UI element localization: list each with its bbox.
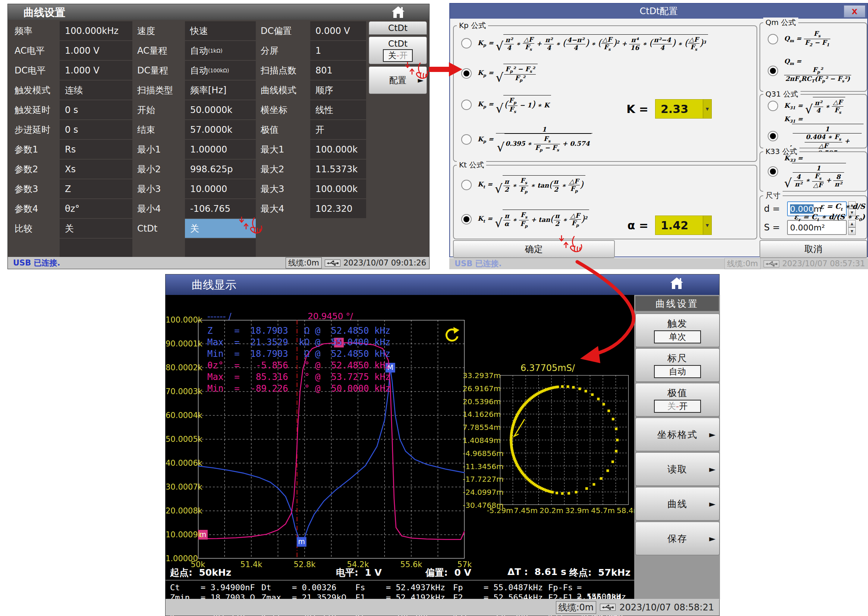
ok-button[interactable]: 确定 xyxy=(453,240,615,258)
ctdt-toggle-button[interactable]: CtDt关-开 xyxy=(369,36,427,64)
cancel-button[interactable]: 取消 xyxy=(760,240,867,258)
kp-radio[interactable] xyxy=(461,99,472,110)
kt-option[interactable]: Kt = √π2 ∗ FsFp ∗ tan(π2 ∗ △FFp) xyxy=(457,175,753,195)
qm-option[interactable]: Qm = FsF2 − F1 xyxy=(763,30,863,48)
ctdt-tab[interactable]: CtDt xyxy=(369,21,427,35)
setting-value[interactable]: 自动(1kΩ) xyxy=(185,41,256,60)
menu-item-极值[interactable]: 极值关-开 xyxy=(635,383,720,416)
submenu-arrow-icon: ► xyxy=(418,76,424,85)
s-input[interactable]: 0.000m² xyxy=(787,220,847,235)
setting-value[interactable]: 998.625p xyxy=(185,160,256,179)
k33-option[interactable]: K33 = √14π² ∗ Fs△F + 8π² xyxy=(763,154,863,189)
setting-value[interactable]: 关 xyxy=(60,219,132,238)
k33-radio[interactable] xyxy=(768,166,778,177)
setting-value[interactable]: 开 xyxy=(310,120,366,139)
menu-item-坐标格式[interactable]: 坐标格式► xyxy=(635,418,720,451)
q31-option[interactable]: K31 = √π²4 ∗ △FFs xyxy=(763,97,863,115)
cable-length-badge: 线缆:0m xyxy=(286,257,322,269)
kp-option[interactable]: Kp = √π²4 ∗ △FFs + π²4 ∗ (4−π²4) ∗ (△FFs… xyxy=(457,34,753,53)
home-icon[interactable] xyxy=(391,5,405,21)
q31-radio[interactable] xyxy=(768,101,778,111)
kp-radio[interactable] xyxy=(461,68,472,79)
y-axis-tick: -4.96856m xyxy=(463,449,498,458)
menu-item-保存[interactable]: 保存► xyxy=(635,522,720,555)
setting-value[interactable]: 顺序 xyxy=(310,80,366,99)
q31-radio[interactable] xyxy=(768,131,778,141)
close-icon[interactable]: X xyxy=(844,5,865,17)
kp-option[interactable]: Kp = √Fp² − Fs²Fp² xyxy=(457,64,753,83)
stepper-down-icon: ▼ xyxy=(848,228,856,235)
submenu-arrow-icon: ► xyxy=(709,430,716,439)
setting-value[interactable]: 10.0000 xyxy=(185,179,256,198)
menu-item-触发[interactable]: 触发单次 xyxy=(635,314,720,347)
s-stepper[interactable]: ▲▼ xyxy=(848,220,856,235)
setting-value[interactable]: 快速 xyxy=(185,21,256,40)
setting-label: 参数2 xyxy=(11,160,58,179)
marker-m[interactable]: m xyxy=(297,537,306,547)
setting-value[interactable]: 50.0000k xyxy=(185,100,256,119)
k33-formula: K33 = √14π² ∗ Fs△F + 8π² xyxy=(784,154,863,189)
menu-item-toggle[interactable]: 关-开 xyxy=(654,400,701,413)
qm-radio[interactable] xyxy=(768,34,778,44)
setting-value[interactable]: 0 s xyxy=(60,120,132,139)
config-button[interactable]: 配置► xyxy=(369,66,427,94)
refresh-rotate-icon[interactable] xyxy=(442,326,460,346)
setting-value[interactable]: Z xyxy=(60,179,132,198)
setting-value[interactable]: 57.0000k xyxy=(185,120,256,139)
setting-value[interactable]: 连续 xyxy=(60,80,132,99)
data-point xyxy=(612,418,614,420)
setting-value[interactable]: 1.000 V xyxy=(60,41,132,60)
param-name: Ct xyxy=(170,583,201,593)
k-dropdown[interactable]: 2.33 ▼ xyxy=(655,99,712,119)
ctdt-on-off-toggle[interactable]: 关-开 xyxy=(383,49,413,62)
setting-value[interactable]: 频率[Hz] xyxy=(185,80,256,99)
setting-value[interactable]: -106.765 xyxy=(185,199,256,218)
setting-value[interactable]: 关 xyxy=(185,219,256,238)
setting-value[interactable]: 100.000k xyxy=(310,179,366,198)
setting-value[interactable]: 1.000 V xyxy=(60,61,132,80)
setting-value[interactable]: Xs xyxy=(60,160,132,179)
y-axis-tick: 30.0007k xyxy=(166,482,197,492)
menu-item-标尺[interactable]: 标尺自动 xyxy=(635,348,720,382)
k-label: K = xyxy=(626,102,648,116)
kp-option[interactable]: Kp = 1√0.395 ∗ FsFp − Fs + 0.574 xyxy=(457,126,753,153)
setting-value[interactable]: θz° xyxy=(60,199,132,218)
menu-item-读取[interactable]: 读取► xyxy=(635,452,720,486)
alpha-dropdown[interactable]: 1.42 ▼ xyxy=(655,215,712,235)
setting-value[interactable]: 自动(100kΩ) xyxy=(185,61,256,80)
menu-item-label: 曲线 xyxy=(667,498,687,510)
setting-value[interactable]: 1.00000 xyxy=(185,140,256,159)
home-icon[interactable] xyxy=(670,276,684,292)
table-cell: Dt= 0.00326 xyxy=(261,583,355,593)
chevron-down-icon[interactable]: ▼ xyxy=(703,216,711,234)
kp-radio[interactable] xyxy=(461,38,472,49)
setting-value[interactable] xyxy=(185,239,256,258)
setting-value[interactable]: 100.000k xyxy=(310,140,366,159)
setting-value[interactable]: 11.5373k xyxy=(310,160,366,179)
alpha-value-row: α = 1.42 ▼ xyxy=(628,215,712,235)
qm-option[interactable]: Qm = Fp²2πFsRCT(Fp² − Fs²) xyxy=(763,57,863,83)
y-axis-tick: -11.3456m xyxy=(463,462,498,471)
k-value-row: K = 2.33 ▼ xyxy=(626,99,712,119)
menu-item-曲线[interactable]: 曲线► xyxy=(635,487,720,520)
chart-area: ------ / 20.9450 °/ mmMM 100.000k90.0001… xyxy=(166,295,634,600)
qm-radio[interactable] xyxy=(768,66,778,76)
setting-value[interactable]: 1 xyxy=(310,41,366,60)
setting-value[interactable]: 801 xyxy=(310,61,366,80)
setting-value[interactable]: 线性 xyxy=(310,100,366,119)
setting-value[interactable]: 0 s xyxy=(60,100,132,119)
kt-radio[interactable] xyxy=(461,180,472,190)
kt-radio[interactable] xyxy=(461,214,472,225)
chevron-down-icon[interactable]: ▼ xyxy=(703,99,711,118)
readout-line: Max = 21.3529 kΩ @ 55.0400 kHz xyxy=(207,337,390,347)
data-point xyxy=(606,470,609,472)
setting-value[interactable]: 0.000 V xyxy=(310,21,366,40)
kp-formula: Kp = 1√0.395 ∗ FsFp − Fs + 0.574 xyxy=(478,126,592,153)
menu-item-label: 保存 xyxy=(667,533,687,545)
setting-value[interactable] xyxy=(60,239,132,258)
kp-radio[interactable] xyxy=(461,134,472,145)
y-axis-tick: 14.1626m xyxy=(463,410,498,419)
setting-value[interactable]: Rs xyxy=(60,140,132,159)
setting-value[interactable]: 102.320 xyxy=(310,199,366,218)
setting-value[interactable]: 100.000kHz xyxy=(60,21,132,40)
